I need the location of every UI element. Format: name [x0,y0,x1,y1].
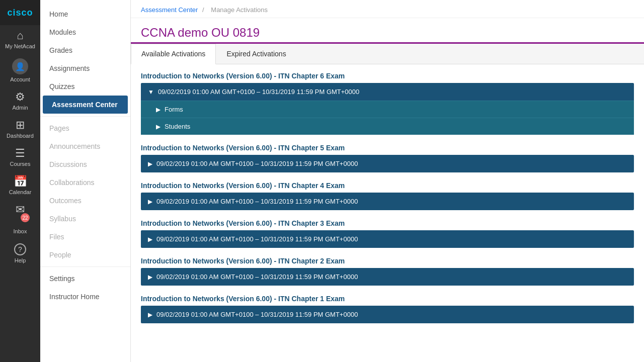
activation-date-range-ch3: 09/02/2019 01:00 AM GMT+0100 – 10/31/201… [156,235,358,243]
activation-bar-ch5[interactable]: ▶ 09/02/2019 01:00 AM GMT+0100 – 10/31/2… [141,155,634,172]
nav-pages[interactable]: Pages [40,119,130,137]
nav-modules[interactable]: Modules [40,23,130,41]
activation-date-range-ch4: 09/02/2019 01:00 AM GMT+0100 – 10/31/201… [156,198,358,205]
nav-quizzes[interactable]: Quizzes [40,77,130,96]
arrow-right-ch3-icon: ▶ [148,236,152,243]
arrow-right-ch1-icon: ▶ [148,311,152,318]
icon-bar-calendar-label: Calendar [9,189,32,195]
icon-bar-dashboard[interactable]: ⊞ Dashboard [0,115,40,143]
arrow-right-ch5-icon: ▶ [148,160,152,167]
activation-bar-ch6[interactable]: ▼ 09/02/2019 01:00 AM GMT+0100 – 10/31/2… [141,83,634,101]
dashboard-icon: ⊞ [16,120,25,131]
content-area: Introduction to Networks (Version 6.00) … [131,64,644,340]
exam-title-ch1: Introduction to Networks (Version 6.00) … [141,295,634,303]
tab-available-activations[interactable]: Available Activations [131,44,216,64]
icon-bar-courses-label: Courses [10,161,31,167]
icon-bar-account-label: Account [10,76,30,82]
nav-assignments[interactable]: Assignments [40,59,130,77]
nav-settings[interactable]: Settings [40,269,130,288]
page-title: CCNA demo OU 0819 [131,18,644,44]
icon-bar-inbox-label: Inbox [14,228,27,234]
breadcrumb-separator: / [202,6,204,14]
nav-people[interactable]: People [40,246,130,264]
icon-bar-help-label: Help [15,257,26,263]
cisco-logo-text: cisco [7,8,33,18]
inbox-badge: 22 [21,213,30,222]
breadcrumb-link[interactable]: Assessment Center [141,6,198,14]
exam-section-ch1: Introduction to Networks (Version 6.00) … [141,295,634,323]
nav-divider-2 [40,266,130,267]
icon-bar-calendar[interactable]: 📅 Calendar [0,171,40,199]
left-nav: Home Modules Grades Assignments Quizzes … [40,0,131,362]
activation-bar-ch4[interactable]: ▶ 09/02/2019 01:00 AM GMT+0100 – 10/31/2… [141,193,634,210]
sub-item-students[interactable]: ▶ Students [141,118,634,135]
arrow-right-students-icon: ▶ [156,123,160,130]
sub-item-forms-label: Forms [165,106,183,113]
exam-section-ch4: Introduction to Networks (Version 6.00) … [141,182,634,210]
icon-bar-admin[interactable]: ⚙ Admin [0,86,40,115]
nav-grades[interactable]: Grades [40,41,130,59]
cisco-logo: cisco [0,0,40,25]
exam-section-ch6: Introduction to Networks (Version 6.00) … [141,72,634,135]
admin-icon: ⚙ [15,92,25,103]
breadcrumb: Assessment Center / Manage Activations [131,0,644,18]
exam-title-ch3: Introduction to Networks (Version 6.00) … [141,219,634,227]
nav-divider [40,116,130,117]
sub-item-students-label: Students [165,123,190,130]
sub-items-ch6: ▶ Forms ▶ Students [141,101,634,135]
icon-bar: cisco ⌂ My NetAcad 👤 Account ⚙ Admin ⊞ D… [0,0,40,362]
nav-home[interactable]: Home [40,5,130,23]
icon-bar-home-label: My NetAcad [5,43,35,49]
activation-date-range-ch1: 09/02/2019 01:00 AM GMT+0100 – 10/31/201… [156,311,358,318]
icon-bar-home[interactable]: ⌂ My NetAcad [0,25,40,53]
account-avatar: 👤 [12,58,28,74]
nav-outcomes[interactable]: Outcomes [40,192,130,210]
main-content: Assessment Center / Manage Activations C… [131,0,644,362]
nav-announcements[interactable]: Announcements [40,137,130,155]
exam-section-ch3: Introduction to Networks (Version 6.00) … [141,219,634,248]
nav-discussions[interactable]: Discussions [40,155,130,173]
sub-item-forms[interactable]: ▶ Forms [141,101,634,118]
help-icon: ? [14,243,26,255]
icon-bar-help[interactable]: ? Help [0,238,40,267]
breadcrumb-current: Manage Activations [211,6,268,14]
calendar-icon: 📅 [14,176,27,187]
icon-bar-inbox[interactable]: ✉ 22 Inbox [0,199,40,238]
arrow-right-forms-icon: ▶ [156,106,160,113]
nav-collaborations[interactable]: Collaborations [40,173,130,192]
activation-date-range-ch6: 09/02/2019 01:00 AM GMT+0100 – 10/31/201… [158,88,359,96]
exam-title-ch4: Introduction to Networks (Version 6.00) … [141,182,634,190]
exam-section-ch5: Introduction to Networks (Version 6.00) … [141,144,634,172]
activation-date-range-ch5: 09/02/2019 01:00 AM GMT+0100 – 10/31/201… [156,160,358,167]
nav-files[interactable]: Files [40,228,130,246]
icon-bar-courses[interactable]: ☰ Courses [0,143,40,171]
exam-section-ch2: Introduction to Networks (Version 6.00) … [141,257,634,286]
activation-bar-ch2[interactable]: ▶ 09/02/2019 01:00 AM GMT+0100 – 10/31/2… [141,268,634,286]
nav-instructor-home[interactable]: Instructor Home [40,288,130,306]
arrow-right-ch2-icon: ▶ [148,274,152,281]
nav-assessment-center[interactable]: Assessment Center [43,96,128,114]
activation-bar-ch3[interactable]: ▶ 09/02/2019 01:00 AM GMT+0100 – 10/31/2… [141,230,634,248]
icon-bar-account[interactable]: 👤 Account [0,53,40,86]
activation-date-range-ch2: 09/02/2019 01:00 AM GMT+0100 – 10/31/201… [156,273,358,281]
icon-bar-dashboard-label: Dashboard [7,133,34,139]
exam-title-ch5: Introduction to Networks (Version 6.00) … [141,144,634,152]
nav-syllabus[interactable]: Syllabus [40,210,130,228]
arrow-right-ch4-icon: ▶ [148,198,152,205]
home-icon: ⌂ [17,30,23,41]
activation-bar-ch1[interactable]: ▶ 09/02/2019 01:00 AM GMT+0100 – 10/31/2… [141,306,634,323]
courses-icon: ☰ [15,148,25,159]
tabs-row: Available Activations Expired Activation… [131,44,644,64]
exam-title-ch2: Introduction to Networks (Version 6.00) … [141,257,634,265]
exam-title-ch6: Introduction to Networks (Version 6.00) … [141,72,634,80]
arrow-down-icon: ▼ [148,88,154,96]
icon-bar-admin-label: Admin [12,105,28,111]
tab-expired-activations[interactable]: Expired Activations [216,44,296,64]
